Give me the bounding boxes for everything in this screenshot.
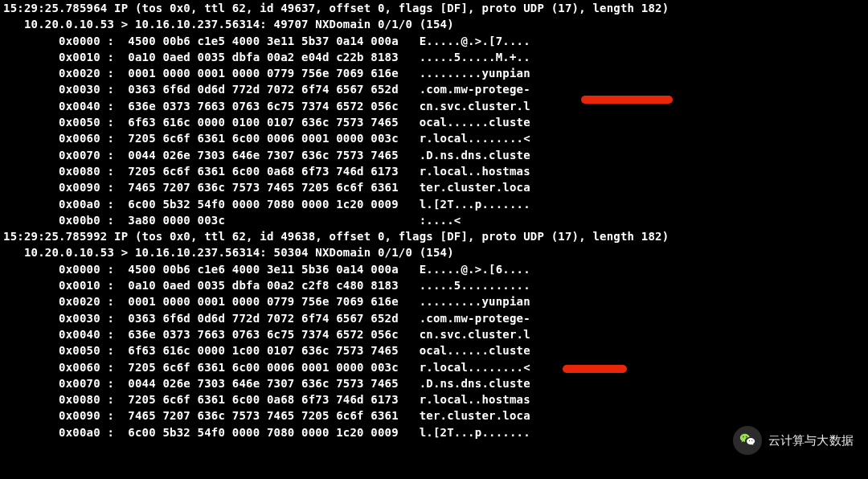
svg-point-1 xyxy=(745,436,747,438)
svg-point-0 xyxy=(743,436,744,438)
svg-point-2 xyxy=(748,440,749,441)
wechat-icon xyxy=(733,426,762,455)
tcpdump-output: 15:29:25.785964 IP (tos 0x0, ttl 62, id … xyxy=(0,0,868,440)
watermark: 云计算与大数据 xyxy=(733,426,854,455)
redaction-mark-2 xyxy=(563,365,627,373)
watermark-text: 云计算与大数据 xyxy=(768,432,854,449)
svg-point-3 xyxy=(751,440,752,441)
redaction-mark-1 xyxy=(581,96,673,104)
